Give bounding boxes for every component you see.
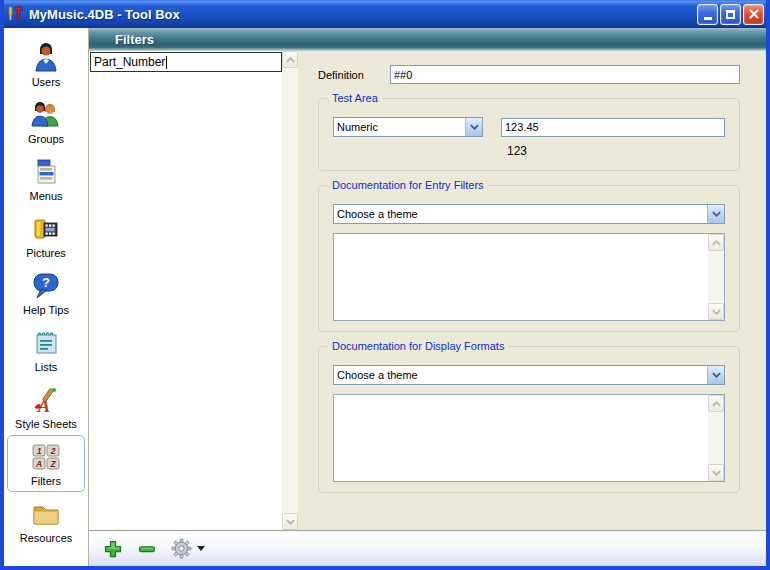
sidebar-item-menus[interactable]: Menus xyxy=(4,150,88,207)
sidebar-item-label: Menus xyxy=(29,190,62,202)
chevron-up-icon xyxy=(712,240,721,246)
sidebar-item-resources[interactable]: Resources xyxy=(4,492,88,549)
list-scrollbar[interactable] xyxy=(282,51,298,530)
bottom-toolbar xyxy=(89,530,766,566)
lists-icon xyxy=(30,327,62,359)
display-docs-scrollbar[interactable] xyxy=(708,395,724,481)
scroll-up-button[interactable] xyxy=(282,51,298,68)
display-docs-group: Documentation for Display Formats Choose… xyxy=(318,346,740,493)
sidebar-item-filters[interactable]: 12 AZ Filters xyxy=(7,435,85,492)
minimize-button[interactable] xyxy=(697,4,718,25)
sidebar-item-label: Users xyxy=(32,76,61,88)
filter-list-items[interactable]: Part_Number xyxy=(89,51,282,530)
chevron-up-icon xyxy=(712,401,721,407)
entry-theme-value: Choose a theme xyxy=(334,205,707,223)
display-theme-value: Choose a theme xyxy=(334,366,707,384)
chevron-down-icon xyxy=(470,124,479,130)
menus-icon xyxy=(30,156,62,188)
chevron-down-icon xyxy=(286,519,295,525)
maximize-icon xyxy=(726,10,735,19)
filter-name-text: Part_Number xyxy=(94,55,165,69)
sidebar-item-label: Pictures xyxy=(26,247,66,259)
display-theme-select[interactable]: Choose a theme xyxy=(333,365,725,385)
users-icon xyxy=(30,42,62,74)
entry-docs-group: Documentation for Entry Filters Choose a… xyxy=(318,185,740,332)
chevron-down-icon xyxy=(712,470,721,476)
dropdown-button[interactable] xyxy=(707,366,724,384)
sidebar-item-label: Lists xyxy=(35,361,58,373)
window-title: MyMusic.4DB - Tool Box xyxy=(29,7,697,22)
add-filter-button[interactable] xyxy=(101,537,125,561)
sidebar: Users Groups xyxy=(4,28,89,566)
svg-text:Z: Z xyxy=(49,458,56,468)
actions-button[interactable] xyxy=(169,537,193,561)
chevron-down-icon xyxy=(712,372,721,378)
svg-text:2: 2 xyxy=(50,445,56,455)
minus-icon xyxy=(137,539,157,559)
scroll-up-button[interactable] xyxy=(708,234,724,251)
test-value-input[interactable] xyxy=(501,118,725,137)
svg-text:1: 1 xyxy=(37,445,42,455)
entry-theme-select[interactable]: Choose a theme xyxy=(333,204,725,224)
scroll-down-button[interactable] xyxy=(282,513,298,530)
chevron-down-icon xyxy=(712,309,721,315)
test-type-select[interactable]: Numeric xyxy=(333,117,483,137)
close-button[interactable] xyxy=(743,4,764,25)
scroll-up-button[interactable] xyxy=(708,395,724,412)
sidebar-item-label: Style Sheets xyxy=(15,418,77,430)
scroll-down-button[interactable] xyxy=(708,464,724,481)
sidebar-item-help-tips[interactable]: ? Help Tips xyxy=(4,264,88,321)
sidebar-item-label: Help Tips xyxy=(23,304,69,316)
toolbox-icon xyxy=(6,5,24,23)
svg-text:A: A xyxy=(35,458,42,468)
actions-dropdown-caret[interactable] xyxy=(197,546,205,551)
sidebar-item-label: Groups xyxy=(28,133,64,145)
title-bar: MyMusic.4DB - Tool Box xyxy=(0,0,770,28)
filters-icon: 12 AZ xyxy=(30,441,62,473)
gear-icon xyxy=(171,538,192,559)
test-area-title: Test Area xyxy=(328,92,382,104)
plus-icon xyxy=(103,539,123,559)
sidebar-item-style-sheets[interactable]: A Style Sheets xyxy=(4,378,88,435)
close-icon xyxy=(749,9,759,19)
chevron-down-icon xyxy=(712,211,721,217)
sidebar-item-label: Resources xyxy=(20,532,73,544)
remove-filter-button[interactable] xyxy=(135,537,159,561)
sidebar-item-groups[interactable]: Groups xyxy=(4,93,88,150)
chevron-up-icon xyxy=(286,57,295,63)
resources-icon xyxy=(30,498,62,530)
filter-name-edit[interactable]: Part_Number xyxy=(90,52,282,72)
page-title-banner: Filters xyxy=(89,28,766,51)
dropdown-button[interactable] xyxy=(465,118,482,136)
sidebar-item-users[interactable]: Users xyxy=(4,36,88,93)
test-type-value: Numeric xyxy=(334,118,465,136)
display-docs-title: Documentation for Display Formats xyxy=(328,340,508,352)
groups-icon xyxy=(30,99,62,131)
dropdown-button[interactable] xyxy=(707,205,724,223)
display-docs-textarea[interactable] xyxy=(334,395,708,481)
help-tips-icon: ? xyxy=(30,270,62,302)
test-area-group: Test Area Numeric 123 xyxy=(318,98,740,171)
filter-list: Part_Number xyxy=(89,51,298,530)
maximize-button[interactable] xyxy=(720,4,741,25)
svg-text:?: ? xyxy=(42,275,50,290)
scroll-down-button[interactable] xyxy=(708,303,724,320)
page-title: Filters xyxy=(115,32,154,47)
toolbox-window: MyMusic.4DB - Tool Box Users xyxy=(0,0,770,570)
definition-input[interactable] xyxy=(390,65,740,84)
filter-editor-pane: Definition Test Area Numeric xyxy=(298,51,766,530)
entry-docs-title: Documentation for Entry Filters xyxy=(328,179,488,191)
test-result: 123 xyxy=(507,144,725,158)
minimize-icon xyxy=(704,17,712,20)
style-sheets-icon: A xyxy=(30,384,62,416)
sidebar-item-lists[interactable]: Lists xyxy=(4,321,88,378)
text-caret xyxy=(166,56,167,69)
pictures-icon xyxy=(30,213,62,245)
entry-docs-textarea[interactable] xyxy=(334,234,708,320)
sidebar-item-pictures[interactable]: Pictures xyxy=(4,207,88,264)
definition-label: Definition xyxy=(318,69,390,81)
entry-docs-scrollbar[interactable] xyxy=(708,234,724,320)
sidebar-item-label: Filters xyxy=(31,475,61,487)
